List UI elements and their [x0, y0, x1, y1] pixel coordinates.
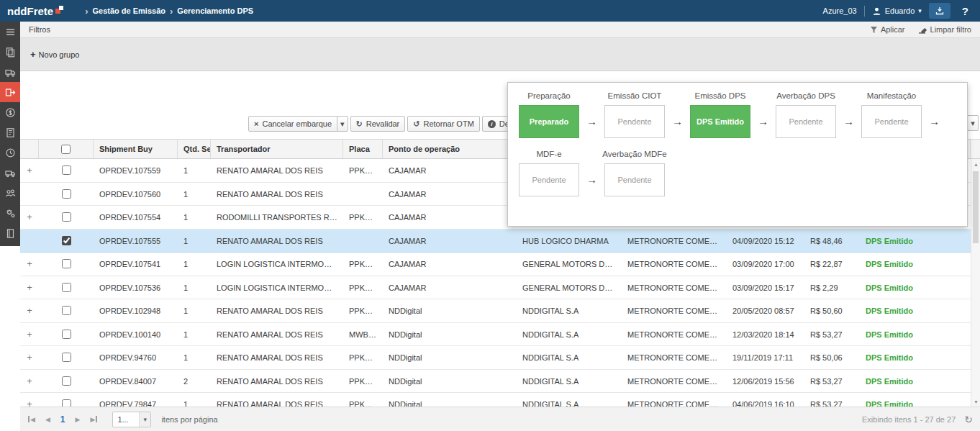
cell-data: 12/06/2019 15:56: [727, 370, 804, 393]
cancel-embarque-dropdown[interactable]: ▾: [337, 116, 348, 132]
download-button[interactable]: [929, 3, 950, 19]
status-step-box: Preparado: [519, 105, 579, 138]
cell-valor: R$ 53,27: [804, 370, 860, 393]
row-checkbox[interactable]: [62, 353, 71, 362]
clear-filter-button[interactable]: Limpar filtro: [918, 25, 971, 34]
page-size-dropdown[interactable]: 1... ▾: [112, 412, 151, 427]
status-step-label: Preparação: [527, 91, 570, 100]
arrow-right-icon: →: [672, 115, 683, 127]
scroll-up-button[interactable]: ▲: [971, 159, 980, 169]
first-page-button[interactable]: ◀: [27, 416, 35, 423]
new-group-label: Novo grupo: [39, 50, 80, 59]
column-header-shipment-buy[interactable]: Shipment Buy: [94, 140, 178, 158]
help-button[interactable]: ?: [958, 5, 973, 17]
row-checkbox[interactable]: [62, 236, 71, 245]
expand-row-button[interactable]: +: [20, 276, 39, 299]
status-step: ManifestaçãoPendente: [861, 91, 922, 138]
scroll-down-button[interactable]: ▼: [971, 396, 980, 407]
expand-row-button[interactable]: +: [20, 370, 39, 393]
cell-emissor: METRONORTE COMERCIAL DE V...: [622, 323, 727, 346]
row-checkbox[interactable]: [62, 189, 71, 199]
clear-filter-label: Limpar filtro: [930, 25, 971, 34]
row-checkbox-cell: [39, 206, 94, 229]
table-row[interactable]: +OPRDEV.840072RENATO AMARAL DOS REISPPK4…: [20, 370, 971, 394]
expand-row-button[interactable]: +: [20, 346, 39, 369]
cancel-embarque-button[interactable]: × Cancelar embarque: [248, 116, 337, 132]
cell-valor: R$ 22,87: [804, 253, 860, 276]
table-row[interactable]: +OPRDEV.1029481RENATO AMARAL DOS REISPPK…: [20, 299, 971, 323]
row-checkbox[interactable]: [62, 283, 71, 292]
cell-tomador: NDDIGITAL S.A: [517, 299, 622, 322]
status-step-label: MDF-e: [536, 150, 561, 158]
app-logo-text: nddFrete: [7, 5, 53, 17]
cell-emissor: METRONORTE COMERCIAL DE V...: [622, 299, 727, 322]
sidebar-item-operation-tracking[interactable]: [0, 142, 20, 163]
table-row[interactable]: +OPRDEV.1075361LOGIN LOGISTICA INTERMODA…: [20, 276, 971, 300]
previous-page-button[interactable]: ◀: [45, 416, 50, 423]
expand-row-button[interactable]: +: [20, 206, 39, 229]
expand-row-button[interactable]: +: [20, 159, 39, 182]
toolbar-right-dropdown[interactable]: ▾: [967, 115, 979, 131]
cell-emissor: METRONORTE COMERCIAL DE V...: [622, 276, 727, 299]
new-group-button[interactable]: + Novo grupo: [30, 49, 79, 60]
row-checkbox[interactable]: [62, 165, 71, 175]
info-icon: i: [488, 120, 496, 128]
cell-ponto: CAJAMAR: [383, 253, 517, 276]
sidebar-item-cash[interactable]: [0, 102, 20, 122]
revalidar-button[interactable]: ↻ Revalidar: [350, 116, 406, 132]
row-checkbox[interactable]: [62, 376, 71, 386]
column-header-qtd-sell[interactable]: Qtd. Sell: [178, 140, 211, 158]
sidebar-item-fleet-truck[interactable]: [0, 163, 20, 183]
cell-shipment: OPRDEV.107555: [94, 230, 178, 253]
table-row[interactable]: +OPRDEV.1075411LOGIN LOGISTICA INTERMODA…: [20, 253, 971, 276]
status-step-box: DPS Emitido: [690, 105, 750, 138]
table-header-filler: [971, 139, 980, 159]
cancel-embarque-label: Cancelar embarque: [262, 119, 332, 128]
table-row[interactable]: +OPRDEV.947601RENATO AMARAL DOS REISPPK4…: [20, 346, 971, 370]
row-checkbox[interactable]: [62, 212, 71, 222]
column-header-ponto-de-opera-o[interactable]: Ponto de operação: [383, 140, 517, 158]
vertical-scrollbar[interactable]: ▲ ▼: [971, 159, 980, 407]
row-checkbox[interactable]: [62, 259, 71, 268]
sidebar-item-billing-document[interactable]: [0, 122, 20, 142]
scrollbar-thumb[interactable]: [973, 171, 979, 243]
last-page-button[interactable]: ▶: [90, 416, 98, 423]
funnel-icon: [870, 26, 878, 34]
column-header-placa[interactable]: Placa: [343, 140, 383, 158]
apply-filter-button[interactable]: Aplicar: [870, 25, 905, 34]
row-checkbox[interactable]: [62, 306, 71, 315]
sidebar-item-users-group[interactable]: [0, 183, 20, 203]
table-row[interactable]: OPRDEV.1075551RENATO AMARAL DOS REISCAJA…: [20, 230, 971, 253]
retornar-otm-button[interactable]: ↺ Retornar OTM: [407, 116, 480, 132]
sidebar-item-copy-documents[interactable]: [0, 42, 20, 62]
expand-row-button[interactable]: +: [20, 323, 39, 346]
sidebar-item-journal-book[interactable]: [0, 223, 20, 243]
cell-shipment: OPRDEV.107554: [94, 206, 178, 229]
select-all-checkbox[interactable]: [61, 145, 71, 154]
sidebar-item-menu[interactable]: [0, 22, 20, 42]
sidebar-item-settings-gears[interactable]: [0, 203, 20, 223]
table-row[interactable]: +OPRDEV.798471RENATO AMARAL DOS REISPPK4…: [20, 393, 971, 407]
gears-icon: [5, 208, 16, 219]
current-page-button[interactable]: 1: [60, 414, 65, 425]
sidebar-item-emission[interactable]: [0, 82, 20, 102]
refresh-icon[interactable]: ↻: [964, 414, 973, 425]
user-menu[interactable]: Eduardo ▾: [872, 6, 922, 16]
first-page-icon: ◀: [30, 416, 35, 423]
sidebar-item-truck[interactable]: [0, 62, 20, 82]
row-checkbox[interactable]: [62, 330, 71, 339]
expand-row-button[interactable]: +: [20, 299, 39, 322]
row-checkbox[interactable]: [62, 399, 71, 407]
expand-row-button[interactable]: +: [20, 393, 39, 407]
cell-shipment: OPRDEV.107559: [94, 159, 178, 182]
cell-emissor: METRONORTE COMERCIAL DE V...: [622, 370, 727, 393]
table-row[interactable]: +OPRDEV.1001401RENATO AMARAL DOS REISMWB…: [20, 323, 971, 347]
cell-placa: PPK4598: [343, 299, 383, 322]
expand-row-button[interactable]: +: [20, 253, 39, 276]
breadcrumb-item-gestao-de-emissao[interactable]: Gestão de Emissão: [93, 6, 166, 15]
cell-tomador: GENERAL MOTORS DO BRASIL L...: [517, 276, 622, 299]
breadcrumb-item-gerenciamento-dps[interactable]: Gerenciamento DPS: [177, 6, 253, 15]
next-page-button[interactable]: ▶: [76, 416, 81, 423]
apply-filter-label: Aplicar: [881, 25, 905, 34]
column-header-transportador[interactable]: Transportador: [211, 140, 343, 158]
